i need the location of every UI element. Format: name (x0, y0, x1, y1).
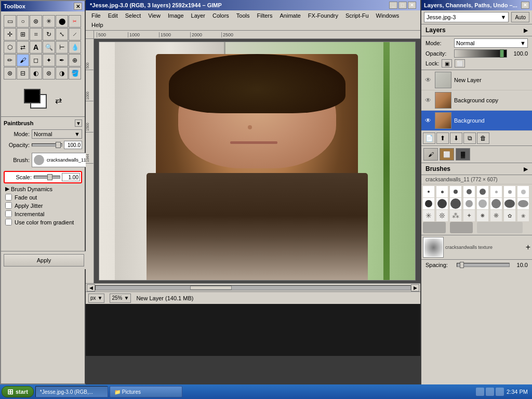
spacing-thumb[interactable] (460, 262, 464, 268)
brush-dynamics-row[interactable]: ▶ Brush Dynamics (4, 185, 82, 192)
tool-free-select[interactable]: ⊛ (30, 15, 42, 28)
use-color-checkbox[interactable] (5, 219, 12, 225)
scale-value[interactable]: 1.00 (62, 173, 80, 181)
menu-image[interactable]: Image (165, 11, 187, 20)
menu-file[interactable]: File (88, 11, 104, 20)
tool-dodge-burn[interactable]: ◑ (56, 67, 68, 79)
incremental-checkbox[interactable] (5, 210, 12, 217)
brush-item-6[interactable] (490, 186, 502, 197)
lock-pixels-button[interactable]: ▣ (442, 59, 452, 68)
menu-filters[interactable]: Filters (254, 11, 276, 20)
menu-animate[interactable]: Animate (276, 11, 303, 20)
brush-item-19[interactable]: ⁂ (450, 210, 461, 221)
layer-eye-background-copy[interactable]: 👁 (424, 96, 432, 104)
brush-item-11[interactable] (450, 198, 461, 209)
menu-layer[interactable]: Layer (188, 11, 209, 20)
gradients-icon-btn[interactable]: ▓ (456, 148, 470, 161)
brush-item-17[interactable]: ✳ (423, 210, 434, 221)
toolbox-close-button[interactable]: ✕ (74, 3, 82, 10)
unit-selector[interactable]: px ▼ (88, 294, 104, 303)
swap-colors-button[interactable]: ⇄ (55, 96, 62, 105)
foreground-color-swatch[interactable] (24, 89, 41, 103)
scroll-right-button[interactable]: ▶ (411, 284, 419, 291)
tool-ellipse-select[interactable]: ○ (17, 15, 29, 28)
brush-item-13[interactable] (477, 198, 488, 209)
menu-colors[interactable]: Colors (209, 11, 232, 20)
scroll-left-button[interactable]: ◀ (87, 284, 95, 291)
paintbrush-toggle[interactable]: ▼ (75, 119, 82, 127)
canvas-maximize-button[interactable]: □ (398, 2, 407, 9)
brush-item-7[interactable] (504, 186, 515, 197)
horizontal-scrollbar-track[interactable] (95, 285, 411, 290)
brush-item-18[interactable]: ❊ (436, 210, 448, 221)
menu-view[interactable]: View (145, 11, 164, 20)
brush-item-24[interactable]: ❀ (517, 210, 529, 221)
tool-heal[interactable]: ⊛ (4, 67, 16, 79)
file-dropdown[interactable]: Jesse.jpg-3 ▼ (424, 12, 509, 22)
lower-layer-button[interactable]: ⬇ (450, 132, 462, 144)
tool-perspective-clone[interactable]: ⊟ (17, 67, 29, 79)
tool-scissors-select[interactable]: ✂ (69, 15, 81, 28)
scale-slider-track[interactable] (34, 176, 60, 179)
new-layer-button[interactable]: 📄 (423, 132, 435, 144)
raise-layer-button[interactable]: ⬆ (436, 132, 449, 144)
menu-help[interactable]: Help (88, 21, 107, 29)
layer-opacity-thumb[interactable] (500, 49, 504, 58)
brush-item-25[interactable] (423, 222, 446, 233)
delete-layer-button[interactable]: 🗑 (477, 132, 489, 144)
tool-ink[interactable]: ✒ (56, 54, 68, 66)
brushes-section-arrow[interactable]: ▶ (524, 166, 528, 172)
tool-align[interactable]: ⊞ (17, 28, 29, 41)
start-button[interactable]: ⊞ start (2, 386, 34, 397)
scale-slider-thumb[interactable] (47, 174, 52, 180)
menu-fx-foundry[interactable]: FX-Foundry (305, 11, 341, 20)
brush-item-21[interactable]: ⁕ (477, 210, 488, 221)
tool-airbrush[interactable]: ✦ (43, 54, 55, 66)
canvas-close-button[interactable]: ✕ (408, 2, 416, 9)
menu-script-fu[interactable]: Script-Fu (342, 11, 372, 20)
opacity-value[interactable]: 100.0 (64, 141, 82, 149)
tool-crop[interactable]: ⌗ (30, 28, 42, 41)
lock-alpha-button[interactable]: ⬜ (455, 59, 465, 68)
tool-clone[interactable]: ⊕ (69, 54, 81, 66)
horizontal-scrollbar-thumb[interactable] (190, 286, 232, 290)
brush-thumbnail[interactable] (423, 237, 444, 258)
layer-opacity-slider[interactable] (454, 49, 507, 58)
tool-bucket-fill[interactable]: 🪣 (69, 67, 81, 79)
tool-measure[interactable]: ⊢ (56, 41, 68, 54)
opacity-slider-thumb[interactable] (56, 142, 61, 148)
layer-item-new-layer[interactable]: 👁 New Layer (421, 70, 532, 90)
layer-mode-select[interactable]: Normal ▼ (454, 38, 528, 48)
brush-item-14[interactable] (490, 198, 502, 209)
patterns-icon-btn[interactable]: ⬜ (440, 148, 454, 161)
fade-out-checkbox[interactable] (5, 194, 12, 201)
tool-fuzzy-select[interactable]: ✳ (43, 15, 55, 28)
taskbar-item-pictures[interactable]: 📁 Pictures (110, 386, 182, 397)
brush-item-12[interactable] (463, 198, 475, 209)
brushes-icon-btn[interactable]: 🖌 (423, 148, 438, 161)
layer-eye-background[interactable]: 👁 (424, 116, 432, 125)
zoom-selector[interactable]: 25% ▼ (110, 294, 131, 303)
layers-section-arrow[interactable]: ▶ (524, 28, 528, 33)
tool-perspective[interactable]: ⬡ (4, 41, 16, 54)
brush-item-4[interactable] (463, 186, 475, 197)
tool-eyedropper[interactable]: 💧 (69, 41, 81, 54)
brush-item-10[interactable] (436, 198, 448, 209)
tool-pencil[interactable]: ✏ (4, 54, 16, 66)
tool-scale[interactable]: ⤡ (56, 28, 68, 41)
apply-jitter-checkbox[interactable] (5, 202, 12, 209)
spacing-track[interactable] (457, 263, 510, 267)
brush-item-2[interactable] (436, 186, 448, 197)
tool-zoom[interactable]: 🔍 (43, 41, 55, 54)
layer-item-background-copy[interactable]: 👁 Background copy (421, 90, 532, 111)
brush-item-26[interactable] (450, 222, 473, 233)
brush-item-27[interactable] (477, 222, 523, 233)
layer-eye-new-layer[interactable]: 👁 (424, 76, 432, 84)
brush-item-9[interactable] (423, 198, 434, 209)
layer-item-background[interactable]: 👁 Background (421, 111, 532, 131)
brush-item-16[interactable] (517, 198, 529, 209)
tool-text[interactable]: A (30, 41, 42, 54)
tool-rect-select[interactable]: ▭ (4, 15, 16, 28)
brush-item-15[interactable] (504, 198, 515, 209)
duplicate-layer-button[interactable]: ⧉ (463, 132, 476, 144)
